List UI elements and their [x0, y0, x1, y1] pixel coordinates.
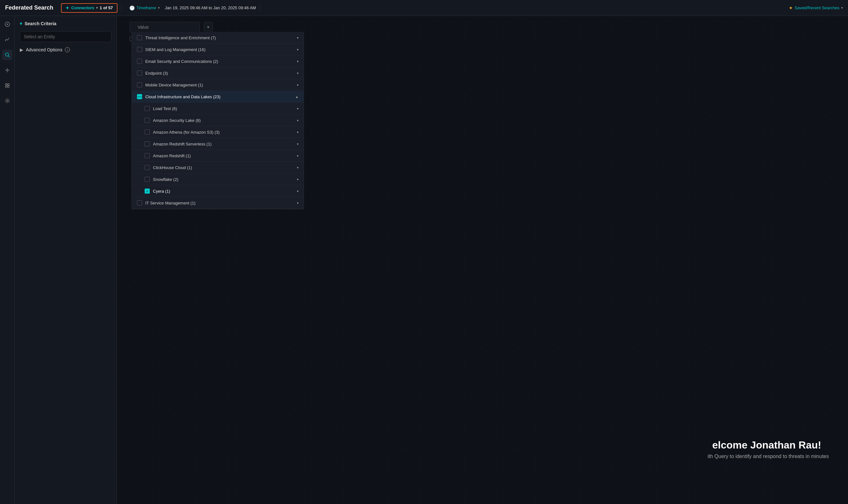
dropdown-item-mdm[interactable]: Mobile Device Management (1) ▾ — [132, 79, 304, 91]
amazon-sl-checkbox[interactable] — [145, 118, 150, 123]
sidebar-item-analytics[interactable] — [2, 34, 13, 44]
dropdown-item-load-test[interactable]: Load Test (6) ▾ — [132, 103, 304, 114]
amazon-athena-checkbox[interactable] — [145, 129, 150, 134]
entity-input[interactable] — [20, 31, 111, 42]
dropdown-item-amazon-sl[interactable]: Amazon Security Lake (8) ▾ — [132, 114, 304, 126]
siem-checkbox[interactable] — [137, 47, 142, 52]
svg-point-1 — [7, 24, 8, 25]
advanced-options-info-icon[interactable]: i — [65, 47, 70, 52]
threat-label: Threat Intelligence and Enrichment (7) — [145, 35, 294, 40]
advanced-options-label: Advanced Options — [26, 47, 62, 52]
value-dropdown-button[interactable]: ▾ — [204, 22, 213, 32]
connectors-count: 1 of 57 — [100, 5, 113, 10]
endpoint-expand-icon[interactable]: ▾ — [297, 71, 298, 75]
cloud-label: Cloud Infrastructure and Data Lakes (23) — [145, 94, 292, 99]
snowflake-checkbox[interactable] — [145, 177, 150, 182]
sidebar-item-search[interactable] — [2, 50, 13, 60]
dropdown-item-itsm[interactable]: IT Service Management (1) ▾ — [132, 197, 304, 209]
amazon-athena-expand-icon[interactable]: ▾ — [297, 130, 298, 134]
dropdown-item-email[interactable]: Email Security and Communications (2) ▾ — [132, 55, 304, 67]
cloud-expand-icon[interactable]: ▲ — [295, 95, 298, 98]
connectors-dropdown[interactable]: Threat Intelligence and Enrichment (7) ▾… — [132, 32, 304, 209]
dropdown-item-amazon-rs-serverless[interactable]: Amazon Redshift Serverless (1) ▾ — [132, 138, 304, 150]
welcome-sub: With Query to identify and respond to th… — [703, 454, 829, 460]
itsm-expand-icon[interactable]: ▾ — [297, 201, 298, 205]
siem-expand-icon[interactable]: ▾ — [297, 48, 298, 51]
sidebar-item-home[interactable] — [2, 19, 13, 29]
top-header: Federated Search ✦ Connectors ▾ 1 of 57 … — [0, 0, 848, 16]
sidebar-item-plugins[interactable] — [2, 80, 13, 91]
load-test-checkbox[interactable] — [145, 106, 150, 111]
sidebar — [0, 16, 15, 504]
amazon-athena-label: Amazon Athena (for Amazon S3) (3) — [153, 130, 294, 134]
saved-searches-label: Saved/Recent Searches — [795, 5, 840, 10]
load-test-label: Load Test (6) — [153, 106, 294, 111]
email-checkbox[interactable] — [137, 59, 142, 64]
mdm-checkbox[interactable] — [137, 82, 142, 87]
clickhouse-label: ClickHouse Cloud (1) — [153, 165, 294, 170]
amazon-rs-serverless-checkbox[interactable] — [145, 141, 150, 146]
value-input[interactable]: Value — [129, 22, 200, 33]
left-panel: ▾ Search Criteria ▶ Advanced Options i — [15, 16, 117, 504]
dropdown-item-cyera[interactable]: ✓ Cyera (1) ▾ — [132, 185, 304, 197]
mdm-expand-icon[interactable]: ▾ — [297, 83, 298, 87]
clock-icon: 🕐 — [129, 5, 135, 11]
dropdown-item-cloud[interactable]: — Cloud Infrastructure and Data Lakes (2… — [132, 91, 304, 103]
amazon-rs-serverless-expand-icon[interactable]: ▾ — [297, 142, 298, 146]
connectors-icon: ✦ — [66, 5, 69, 11]
timeframe-button[interactable]: 🕐 Timeframe ▾ — [125, 4, 164, 12]
welcome-heading: Welcome Jonathan Rau! — [703, 439, 829, 451]
endpoint-checkbox[interactable] — [137, 71, 142, 76]
dropdown-item-endpoint[interactable]: Endpoint (3) ▾ — [132, 67, 304, 79]
time-range-text: Jan 19, 2025 09:46 AM to Jan 20, 2025 09… — [165, 5, 256, 10]
svg-point-9 — [6, 100, 8, 102]
header-divider-1 — [121, 3, 122, 13]
dropdown-item-amazon-athena[interactable]: Amazon Athena (for Amazon S3) (3) ▾ — [132, 126, 304, 138]
load-test-expand-icon[interactable]: ▾ — [297, 107, 298, 110]
timeframe-chevron-icon: ▾ — [158, 6, 160, 10]
search-criteria-header[interactable]: ▾ Search Criteria — [20, 21, 111, 26]
dropdown-item-threat[interactable]: Threat Intelligence and Enrichment (7) ▾ — [132, 32, 304, 44]
clickhouse-expand-icon[interactable]: ▾ — [297, 166, 298, 169]
cloud-checkbox[interactable]: — — [137, 94, 142, 99]
connectors-button[interactable]: ✦ Connectors ▾ 1 of 57 — [61, 3, 117, 13]
svg-line-3 — [8, 56, 10, 57]
amazon-rs-label: Amazon Redshift (1) — [153, 154, 294, 158]
amazon-rs-serverless-label: Amazon Redshift Serverless (1) — [153, 142, 294, 146]
amazon-rs-expand-icon[interactable]: ▾ — [297, 154, 298, 158]
welcome-section: Welcome Jonathan Rau! With Query to iden… — [703, 439, 829, 460]
cyera-checkbox[interactable]: ✓ — [145, 188, 150, 194]
main-area: Value ▾ Case-sensitive Welcome Jonathan … — [117, 16, 848, 504]
dropdown-item-amazon-rs[interactable]: Amazon Redshift (1) ▾ — [132, 150, 304, 162]
star-icon: ★ — [789, 5, 793, 10]
saved-chevron-icon: ▾ — [841, 6, 843, 10]
itsm-checkbox[interactable] — [137, 200, 142, 205]
snowflake-label: Snowflake (2) — [153, 177, 294, 182]
sidebar-item-integrations[interactable] — [2, 65, 13, 75]
amazon-sl-expand-icon[interactable]: ▾ — [297, 119, 298, 122]
connectors-label: Connectors — [71, 5, 94, 10]
connectors-chevron-icon: ▾ — [96, 6, 98, 10]
mdm-label: Mobile Device Management (1) — [145, 83, 294, 87]
snowflake-expand-icon[interactable]: ▾ — [297, 178, 298, 181]
advanced-chevron-icon: ▶ — [20, 47, 23, 52]
sidebar-item-settings[interactable] — [2, 96, 13, 106]
amazon-rs-checkbox[interactable] — [145, 153, 150, 158]
dropdown-item-clickhouse[interactable]: ClickHouse Cloud (1) ▾ — [132, 162, 304, 174]
threat-expand-icon[interactable]: ▾ — [297, 36, 298, 39]
app-title: Federated Search — [5, 4, 53, 11]
clickhouse-checkbox[interactable] — [145, 165, 150, 170]
timeframe-label: Timeframe — [137, 5, 156, 10]
cyera-expand-icon[interactable]: ▾ — [297, 190, 298, 193]
svg-rect-5 — [5, 84, 7, 85]
svg-rect-8 — [8, 86, 9, 87]
saved-searches-button[interactable]: ★ Saved/Recent Searches ▾ — [789, 5, 843, 10]
dropdown-item-snowflake[interactable]: Snowflake (2) ▾ — [132, 174, 304, 185]
email-expand-icon[interactable]: ▾ — [297, 60, 298, 63]
value-row: Value ▾ — [129, 22, 835, 33]
dropdown-item-siem[interactable]: SIEM and Log Management (16) ▾ — [132, 44, 304, 55]
header-divider-2 — [260, 3, 260, 13]
svg-rect-7 — [5, 86, 7, 87]
advanced-options-toggle[interactable]: ▶ Advanced Options i — [20, 47, 111, 52]
threat-checkbox[interactable] — [137, 35, 142, 40]
